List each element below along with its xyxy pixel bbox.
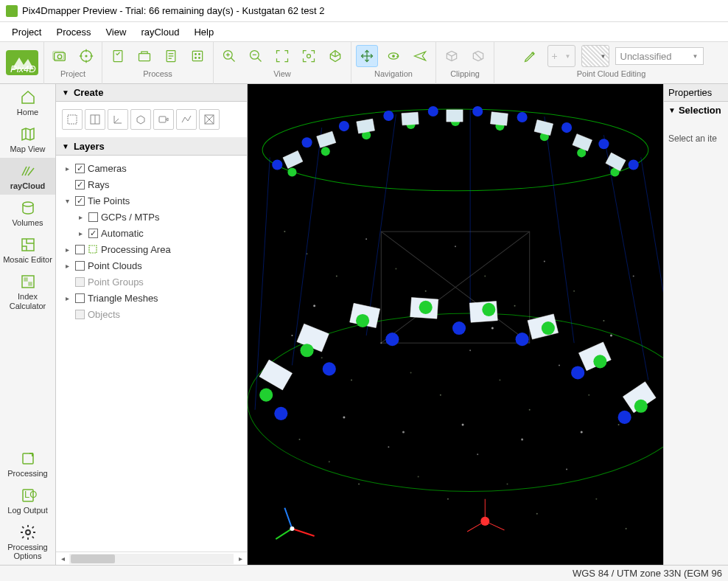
- window-title: Pix4Dmapper Preview - Trial: 66 remainin…: [22, 5, 324, 16]
- clip-box-icon[interactable]: [441, 45, 463, 67]
- rematch-icon[interactable]: [133, 45, 155, 67]
- classification-dropdown[interactable]: Unclassified▼: [615, 47, 704, 65]
- sidebar-item-index[interactable]: Index Calculator: [0, 268, 55, 314]
- checkbox[interactable]: [88, 229, 98, 238]
- svg-point-67: [395, 268, 396, 269]
- expand-icon[interactable]: ▸: [62, 294, 72, 302]
- checkbox[interactable]: [75, 196, 85, 206]
- menu-view[interactable]: View: [98, 24, 133, 40]
- properties-header[interactable]: Properties: [664, 84, 728, 102]
- zoom-out-icon[interactable]: [245, 45, 267, 67]
- svg-point-96: [536, 513, 538, 515]
- create-orthoplane-icon[interactable]: [85, 109, 105, 130]
- quality-report-icon[interactable]: [160, 45, 182, 67]
- svg-point-128: [472, 106, 483, 116]
- svg-point-166: [634, 400, 648, 413]
- collapse-icon[interactable]: ▾: [62, 197, 72, 205]
- menu-help[interactable]: Help: [186, 24, 221, 40]
- create-polyline-icon[interactable]: [176, 109, 197, 130]
- layer-point-clouds[interactable]: ▸Point Clouds: [59, 257, 244, 274]
- horizontal-scrollbar[interactable]: ◂ ▸: [56, 552, 247, 565]
- selection-section[interactable]: ▼Selection: [664, 102, 728, 119]
- svg-point-95: [506, 484, 508, 485]
- create-video-icon[interactable]: [153, 109, 174, 130]
- focus-selection-icon[interactable]: [298, 45, 320, 67]
- volumes-icon: [19, 199, 37, 217]
- menu-raycloud[interactable]: rayCloud: [133, 24, 186, 40]
- checkbox[interactable]: [75, 164, 85, 173]
- layer-cameras[interactable]: ▸Cameras: [59, 160, 244, 176]
- svg-point-105: [610, 335, 612, 337]
- top-view-icon[interactable]: [324, 45, 346, 67]
- fly-icon[interactable]: [409, 45, 431, 67]
- sidebar-item-mosaic[interactable]: Mosaic Editor: [0, 232, 55, 268]
- edit-pointcloud-icon[interactable]: [519, 45, 542, 67]
- expand-icon[interactable]: ▸: [75, 229, 85, 237]
- svg-point-168: [323, 362, 336, 375]
- reoptimize-icon[interactable]: [107, 45, 129, 67]
- panel-header-create[interactable]: ▼Create: [56, 84, 247, 102]
- svg-rect-146: [447, 110, 463, 122]
- layer-point-groups[interactable]: Point Groups: [59, 274, 244, 290]
- sidebar-item-options[interactable]: Processing Options: [0, 519, 55, 565]
- checkbox[interactable]: [75, 261, 85, 271]
- create-axes-icon[interactable]: [108, 109, 128, 130]
- layer-tiepoints[interactable]: ▾Tie Points: [59, 192, 244, 209]
- sidebar-item-volumes[interactable]: Volumes: [0, 195, 55, 232]
- area-icon: [88, 244, 98, 254]
- svg-line-27: [258, 58, 262, 62]
- layer-processing-area[interactable]: ▸Processing Area: [59, 241, 244, 257]
- layer-objects[interactable]: Objects: [59, 306, 244, 322]
- add-points-dropdown[interactable]: +▼: [547, 45, 575, 67]
- scroll-left-icon[interactable]: ◂: [56, 554, 69, 563]
- svg-point-29: [307, 55, 311, 58]
- svg-point-99: [626, 528, 627, 529]
- output-status-icon[interactable]: [186, 45, 209, 67]
- expand-icon[interactable]: ▸: [62, 246, 72, 254]
- sidebar-item-logoutput[interactable]: LOG Log Output: [0, 482, 55, 519]
- rotate-icon[interactable]: [382, 45, 405, 67]
- toolbar-group-navigation: Navigation: [351, 41, 436, 84]
- svg-line-38: [475, 52, 482, 60]
- checkbox[interactable]: [75, 293, 85, 303]
- svg-point-170: [452, 321, 466, 335]
- menu-project[interactable]: Project: [4, 24, 49, 40]
- sidebar-item-processing[interactable]: Processing: [0, 445, 55, 482]
- menu-process[interactable]: Process: [49, 24, 98, 40]
- layer-triangle-meshes[interactable]: ▸Triangle Meshes: [59, 290, 244, 306]
- create-rect-icon[interactable]: [62, 109, 83, 130]
- layer-gcps[interactable]: ▸GCPs / MTPs: [59, 209, 244, 225]
- scroll-thumb[interactable]: [71, 554, 115, 563]
- checkbox[interactable]: [75, 245, 85, 254]
- sidebar-item-raycloud[interactable]: rayCloud: [0, 158, 55, 195]
- scroll-track[interactable]: [69, 554, 234, 564]
- gcp-manager-icon[interactable]: [75, 45, 97, 67]
- pan-icon[interactable]: [356, 45, 378, 67]
- layer-rays[interactable]: Rays: [59, 176, 244, 192]
- layer-automatic[interactable]: ▸Automatic: [59, 225, 244, 241]
- panel-header-layers[interactable]: ▼Layers: [56, 138, 247, 156]
- scroll-right-icon[interactable]: ▸: [234, 554, 247, 563]
- sidebar-item-mapview[interactable]: Map View: [0, 121, 55, 158]
- select-class-dropdown[interactable]: ▼: [581, 45, 609, 67]
- svg-point-20: [195, 58, 197, 59]
- project-photos-icon[interactable]: [49, 45, 71, 67]
- expand-icon[interactable]: ▸: [62, 262, 72, 270]
- sidebar-item-home[interactable]: Home: [0, 84, 55, 121]
- expand-icon[interactable]: ▸: [62, 164, 72, 173]
- clip-invert-icon[interactable]: [467, 45, 489, 67]
- collapse-icon: ▼: [668, 106, 676, 114]
- create-box-icon[interactable]: [130, 109, 151, 130]
- zoom-in-icon[interactable]: [218, 45, 240, 67]
- expand-icon[interactable]: ▸: [75, 213, 85, 221]
- svg-rect-51: [68, 115, 77, 124]
- checkbox[interactable]: [75, 180, 85, 189]
- checkbox[interactable]: [88, 212, 98, 222]
- svg-line-32: [335, 55, 340, 57]
- 3d-viewport[interactable]: [248, 84, 663, 565]
- toolbar: Pix4D Project Process View: [0, 41, 728, 84]
- create-surface-icon[interactable]: [199, 109, 220, 130]
- view-all-icon[interactable]: [271, 45, 293, 67]
- svg-point-73: [573, 290, 575, 292]
- sidebar-label-logoutput: Log Output: [7, 506, 47, 515]
